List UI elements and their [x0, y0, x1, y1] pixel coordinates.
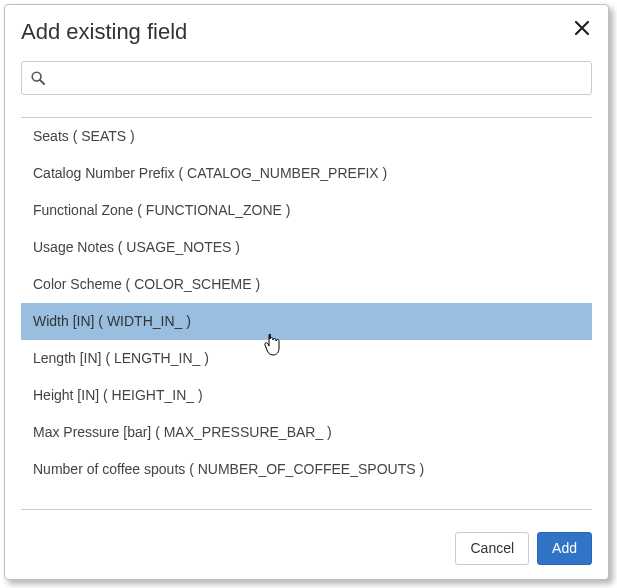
dialog-body: Seats ( SEATS )Catalog Number Prefix ( C… [5, 55, 608, 522]
field-label: Width [IN] ( WIDTH_IN_ ) [33, 313, 191, 329]
search-input[interactable] [21, 61, 592, 95]
search-field [21, 61, 592, 95]
dialog-title: Add existing field [21, 19, 187, 45]
field-label: Usage Notes ( USAGE_NOTES ) [33, 239, 240, 255]
field-label: Color Scheme ( COLOR_SCHEME ) [33, 276, 260, 292]
list-item[interactable]: Width [IN] ( WIDTH_IN_ ) [21, 303, 592, 340]
list-item[interactable]: Color Scheme ( COLOR_SCHEME ) [21, 266, 592, 303]
close-button[interactable] [572, 19, 592, 39]
field-label: Height [IN] ( HEIGHT_IN_ ) [33, 387, 203, 403]
list-item[interactable]: Seats ( SEATS ) [21, 118, 592, 155]
field-label: Number of coffee spouts ( NUMBER_OF_COFF… [33, 461, 424, 477]
close-icon [574, 18, 590, 40]
add-button[interactable]: Add [537, 532, 592, 565]
list-item[interactable]: Height [IN] ( HEIGHT_IN_ ) [21, 377, 592, 414]
list-item[interactable]: Usage Notes ( USAGE_NOTES ) [21, 229, 592, 266]
dialog-footer: Cancel Add [5, 522, 608, 579]
field-label: Seats ( SEATS ) [33, 128, 135, 144]
list-item[interactable]: Functional Zone ( FUNCTIONAL_ZONE ) [21, 192, 592, 229]
field-label: Length [IN] ( LENGTH_IN_ ) [33, 350, 209, 366]
list-item[interactable]: Max Pressure [bar] ( MAX_PRESSURE_BAR_ ) [21, 414, 592, 451]
svg-line-1 [40, 80, 44, 84]
field-label: Catalog Number Prefix ( CATALOG_NUMBER_P… [33, 165, 387, 181]
list-item[interactable]: Number of coffee spouts ( NUMBER_OF_COFF… [21, 451, 592, 488]
dialog-header: Add existing field [5, 5, 608, 55]
field-list[interactable]: Seats ( SEATS )Catalog Number Prefix ( C… [21, 117, 592, 510]
field-label: Max Pressure [bar] ( MAX_PRESSURE_BAR_ ) [33, 424, 332, 440]
field-label: Functional Zone ( FUNCTIONAL_ZONE ) [33, 202, 291, 218]
list-item[interactable]: Catalog Number Prefix ( CATALOG_NUMBER_P… [21, 155, 592, 192]
list-item[interactable]: Length [IN] ( LENGTH_IN_ ) [21, 340, 592, 377]
cancel-button[interactable]: Cancel [455, 532, 529, 565]
add-existing-field-dialog: Add existing field Seats ( SEATS )Catalo… [4, 4, 609, 580]
search-icon [31, 71, 45, 85]
